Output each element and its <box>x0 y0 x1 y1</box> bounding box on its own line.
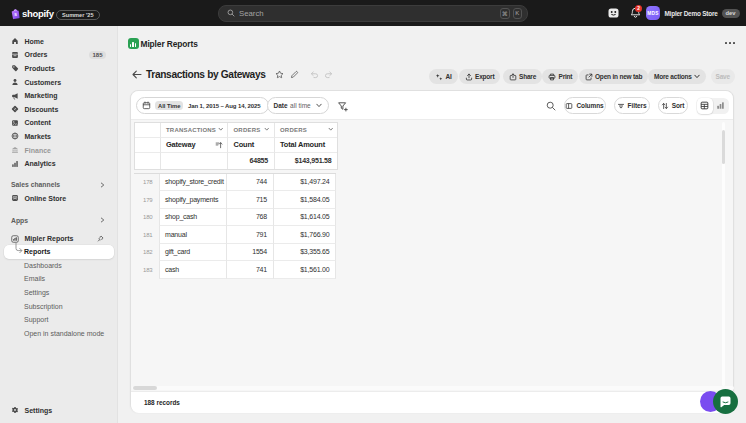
orders-count-badge: 185 <box>89 51 106 59</box>
notifications-button[interactable]: 2 <box>627 0 643 26</box>
vertical-scrollbar[interactable] <box>722 122 726 386</box>
horizontal-scrollbar[interactable] <box>132 386 734 390</box>
chat-widget-button[interactable] <box>713 389 738 414</box>
sidebar-item-finance[interactable]: Finance <box>4 143 114 157</box>
cell-total[interactable]: $3,355.65 <box>273 244 337 262</box>
columns-button[interactable]: Columns <box>564 97 606 114</box>
cell-total[interactable]: $1,766.90 <box>273 226 337 244</box>
sidebar-item-settings[interactable]: Settings <box>4 404 114 418</box>
sidebar-item-analytics[interactable]: Analytics <box>4 157 114 171</box>
edition-badge[interactable]: Summer '25 <box>56 10 100 20</box>
columns-icon <box>565 102 573 110</box>
svg-text:s: s <box>14 12 17 17</box>
sidebar-item-online-store[interactable]: Online Store <box>4 192 114 206</box>
store-menu[interactable]: MDS Mipler Demo Store dev <box>646 4 740 22</box>
cell-total[interactable]: $1,584.05 <box>273 191 337 209</box>
sparkles-icon <box>435 73 443 81</box>
cell-count[interactable]: 791 <box>226 226 273 244</box>
add-filter-icon[interactable] <box>337 101 349 112</box>
sidebar-item-standalone[interactable]: Open in standalone mode <box>4 327 114 341</box>
edit-pencil-icon[interactable] <box>290 70 299 79</box>
search-input[interactable] <box>239 9 500 18</box>
header-open-new-tab-label: Open in new tab <box>595 73 642 80</box>
cell-gateway[interactable]: shopify_payments <box>159 191 227 209</box>
filters-button[interactable]: Filters <box>614 97 650 114</box>
sort-button[interactable]: Sort <box>658 97 688 114</box>
mipler-reports-app-icon <box>128 38 139 49</box>
sidebar-app-items-label: Dashboards <box>24 262 62 269</box>
global-search[interactable]: ⌘ K <box>218 5 528 22</box>
card-footer: 188 records <box>131 391 735 413</box>
cell-gateway[interactable]: shopify_store_credit <box>159 174 227 192</box>
sidebar-item-orders[interactable]: Orders 185 <box>4 48 114 62</box>
group-header-transactions[interactable]: TRANSACTIONS <box>160 123 228 138</box>
print-icon <box>548 73 556 81</box>
export-button[interactable]: Export <box>459 69 501 84</box>
app-more-options-button[interactable] <box>722 37 738 49</box>
date-grouping-dropdown[interactable]: Date all time <box>267 97 329 114</box>
markets-icon <box>11 132 19 140</box>
sidebar-item-support[interactable]: Support <box>4 313 114 327</box>
cell-gateway[interactable]: shop_cash <box>159 209 227 227</box>
more-actions-button[interactable]: More actions <box>648 69 706 84</box>
page-title: Transactions by Gateways <box>146 69 266 80</box>
sidebar-settings-label: Settings <box>25 407 53 414</box>
sidebar-item-dashboards[interactable]: Dashboards <box>4 259 114 273</box>
column-header-total-amount[interactable]: Total Amount <box>274 138 338 154</box>
cell-gateway[interactable]: cash <box>159 261 227 279</box>
totals-count: 64855 <box>227 153 274 169</box>
vertical-scrollbar-thumb[interactable] <box>722 130 726 164</box>
sidebar-item-products[interactable]: Products <box>4 62 114 76</box>
ai-button[interactable]: AI <box>429 69 458 84</box>
sidebar-section-sales-channels[interactable]: Sales channels <box>11 179 109 191</box>
undo-icon[interactable] <box>310 70 319 79</box>
table-group-headers-label: ORDERS <box>234 127 261 133</box>
group-header-orders-2[interactable]: ORDERS <box>274 123 338 138</box>
cell-count[interactable]: 744 <box>226 174 273 192</box>
cell-count[interactable]: 715 <box>226 191 273 209</box>
sidebar-item-subscription[interactable]: Subscription <box>4 299 114 313</box>
back-button[interactable] <box>131 69 143 80</box>
sort-ascending-icon[interactable] <box>215 141 223 149</box>
sidebar-item-content[interactable]: Content <box>4 116 114 130</box>
favorite-star-icon[interactable] <box>275 70 284 79</box>
sidekick-button[interactable] <box>604 0 622 26</box>
save-button[interactable]: Save <box>711 69 736 84</box>
cell-count[interactable]: 768 <box>226 209 273 227</box>
table-view-button[interactable] <box>697 98 713 115</box>
sidebar-item-customers[interactable]: Customers <box>4 75 114 89</box>
cell-gateway[interactable]: gift_card <box>159 244 227 262</box>
open-new-tab-button[interactable]: Open in new tab <box>579 69 649 84</box>
cell-total[interactable]: $1,561.00 <box>273 261 337 279</box>
cell-count[interactable]: 741 <box>226 261 273 279</box>
cell-count[interactable]: 1554 <box>226 244 273 262</box>
cell-total[interactable]: $1,614.05 <box>273 209 337 227</box>
view-toggle <box>697 98 729 115</box>
date-range-picker[interactable]: All Time Jan 1, 2015 – Aug 14, 2025 <box>136 97 269 114</box>
group-header-orders-1[interactable]: ORDERS <box>227 123 274 138</box>
pin-icon[interactable] <box>97 235 104 243</box>
share-button[interactable]: Share <box>503 69 543 84</box>
sidebar-item-emails[interactable]: Emails <box>4 272 114 286</box>
cell-gateway[interactable]: manual <box>159 226 227 244</box>
horizontal-scrollbar-thumb[interactable] <box>133 386 157 390</box>
sidebar-section-apps[interactable]: Apps <box>11 214 109 226</box>
sidebar-item-markets[interactable]: Markets <box>4 130 114 144</box>
cell-total[interactable]: $1,497.24 <box>273 174 337 192</box>
sidebar-item-app-settings[interactable]: Settings <box>4 286 114 300</box>
sidebar-item-marketing[interactable]: Marketing <box>4 89 114 103</box>
sidebar-item-home[interactable]: Home <box>4 35 114 49</box>
sidebar-item-reports[interactable]: Reports <box>4 245 114 259</box>
print-button[interactable]: Print <box>542 69 578 84</box>
table-search-icon[interactable] <box>546 101 556 111</box>
sidebar-item-discounts[interactable]: Discounts <box>4 103 114 117</box>
sidebar: Home Orders 185 Products Customers Marke… <box>0 26 118 423</box>
export-icon <box>465 73 473 81</box>
redo-icon[interactable] <box>324 70 333 79</box>
shopify-logo-icon[interactable]: s <box>11 8 20 20</box>
column-header-gateway[interactable]: Gateway <box>160 138 228 154</box>
chevron-right-icon <box>100 217 105 223</box>
header-share-label: Share <box>519 73 536 80</box>
column-header-count[interactable]: Count <box>227 138 274 154</box>
chart-view-button[interactable] <box>713 98 729 115</box>
